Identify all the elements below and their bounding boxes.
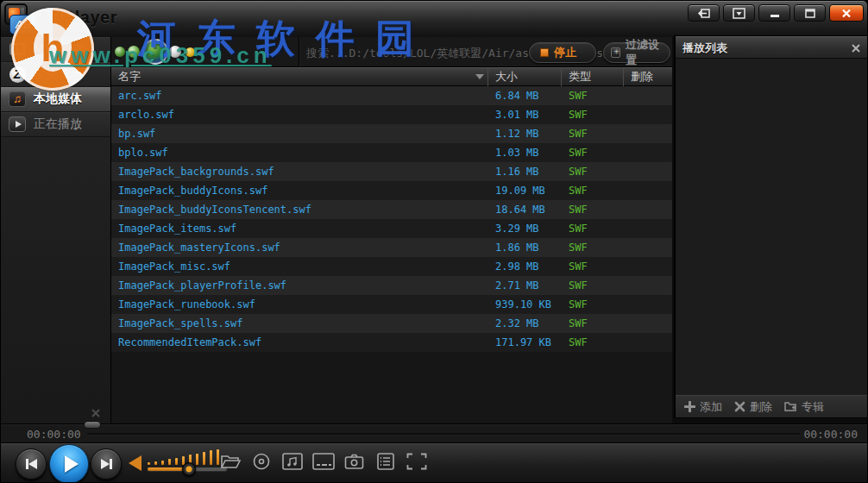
playlist-add-button[interactable]: 添加 [684,399,722,415]
table-row[interactable]: RecommendedItemPack.swf 171.97 KB SWF [111,333,672,352]
file-name[interactable]: ImagePack_buddyIconsTencent.swf [118,200,311,219]
titlebar[interactable]: AB ABPlayer [1,1,868,37]
sidebar-item-local-media[interactable]: 本地媒体 [1,87,110,112]
table-row[interactable]: ImagePack_misc.swf 2.98 MB SWF [111,257,672,276]
volume-slider[interactable] [148,467,227,471]
table-row[interactable]: ImagePack_spells.swf 2.32 MB SWF [111,314,672,333]
globe-icon[interactable] [142,39,168,65]
filter-button-label: 过滤设置 [626,37,663,68]
open-disc-button[interactable] [249,450,273,473]
close-icon [840,8,852,19]
sort-arrow-icon[interactable] [475,74,484,79]
column-header-size[interactable]: 大小 [487,67,518,86]
file-size: 6.84 MB [495,86,539,105]
table-row[interactable]: bp.swf 1.12 MB SWF [111,124,672,143]
file-type: SWF [569,238,588,257]
file-name[interactable]: bp.swf [118,124,155,143]
skin-icon [697,8,711,19]
file-size: 1.86 MB [495,238,539,257]
file-size: 3.29 MB [495,219,539,238]
file-name[interactable]: ImagePack_runebook.swf [118,295,255,314]
play-button[interactable] [49,444,89,483]
playlist-remove-button[interactable]: 删除 [734,399,772,415]
sidebar-item-now-playing[interactable]: 正在播放 [1,112,110,137]
fullscreen-icon [406,453,427,470]
table-row[interactable]: arclo.swf 3.01 MB SWF [111,105,672,124]
search-input[interactable]: 搜索...D:/tools/LOL/英雄联盟/Air/assets/images… [306,46,522,61]
stop-button[interactable]: 停止 [529,42,596,63]
corner-close-icon[interactable] [91,406,103,418]
next-button[interactable] [91,448,122,480]
file-size: 171.97 KB [495,333,551,352]
open-file-button[interactable] [218,450,242,473]
table-row[interactable]: bplo.swf 1.03 MB SWF [111,143,672,162]
column-header-delete[interactable]: 删除 [623,67,653,86]
table-row[interactable]: ImagePack_buddyIcons.swf 19.09 MB SWF [111,181,672,200]
sidebar-item-mtv-channel[interactable]: MTV频道 [1,37,110,62]
file-list: arc.swf 6.84 MB SWF arclo.swf 3.01 MB SW… [111,86,672,352]
nav-dot-green[interactable] [128,46,140,58]
file-size: 2.71 MB [495,276,539,295]
minimize-button[interactable] [758,4,790,22]
grid-icon [8,41,27,57]
rollup-button[interactable] [723,4,755,22]
list-icon [377,453,394,470]
sidebar-item-hifi-music[interactable]: 发烧音乐 [1,62,110,87]
table-row[interactable]: ImagePack_backgrounds.swf 1.16 MB SWF [111,162,672,181]
nav-dot-white[interactable] [169,46,181,58]
playlist-close-icon[interactable] [851,41,861,57]
playlist-button[interactable] [374,450,397,473]
file-name[interactable]: ImagePack_buddyIcons.swf [118,181,267,200]
playlist-remove-label: 删除 [750,399,772,415]
file-type: SWF [569,333,588,352]
album-folder-icon [784,401,797,412]
playlist-album-button[interactable]: 专辑 [784,399,824,415]
file-name[interactable]: arclo.swf [118,105,174,124]
table-row[interactable]: ImagePack_masteryIcons.swf 1.86 MB SWF [111,238,672,257]
file-name[interactable]: ImagePack_misc.swf [118,257,230,276]
close-button[interactable] [829,4,864,22]
toolbar: 搜索...D:/tools/LOL/英雄联盟/Air/assets/images… [111,37,672,67]
subtitle-button[interactable] [311,450,335,473]
table-row[interactable]: ImagePack_items.swf 3.29 MB SWF [111,219,672,238]
file-name[interactable]: bplo.swf [118,143,168,162]
filter-settings-button[interactable]: 过滤设置 [603,42,670,63]
change-skin-button[interactable] [688,4,720,22]
snapshot-button[interactable] [343,450,366,473]
table-row[interactable]: ImagePack_playerProfile.swf 2.71 MB SWF [111,276,672,295]
file-name[interactable]: ImagePack_playerProfile.swf [118,276,286,295]
nav-dot-green[interactable] [115,47,125,57]
column-header-name[interactable]: 名字 [118,67,141,86]
file-name[interactable]: ImagePack_items.swf [118,219,236,238]
file-type: SWF [569,200,588,219]
table-row[interactable]: arc.swf 6.84 MB SWF [111,86,672,105]
filter-icon [611,47,620,58]
previous-button[interactable] [16,448,47,480]
volume-handle[interactable] [182,462,196,476]
total-time: 00:00:00 [803,428,858,441]
folder-icon [219,452,242,471]
nav-dot-yellow[interactable] [186,47,195,57]
file-name[interactable]: RecommendedItemPack.swf [118,333,261,352]
file-size: 2.98 MB [495,257,539,276]
music-library-button[interactable] [280,450,304,473]
playlist-album-label: 专辑 [802,399,824,415]
maximize-button[interactable] [794,4,826,22]
file-name[interactable]: ImagePack_backgrounds.swf [118,162,274,181]
file-size: 2.32 MB [495,314,539,333]
subtitle-icon [312,453,335,470]
file-name[interactable]: ImagePack_spells.swf [118,314,243,333]
fullscreen-button[interactable] [405,450,428,473]
seek-track[interactable] [87,433,800,436]
file-name[interactable]: arc.swf [118,86,162,105]
main-content: 搜索...D:/tools/LOL/英雄联盟/Air/assets/images… [111,37,672,423]
seek-handle[interactable] [84,421,101,429]
window-controls [688,4,864,22]
speaker-icon[interactable] [129,455,142,471]
file-name[interactable]: ImagePack_masteryIcons.swf [118,238,280,257]
table-row[interactable]: ImagePack_buddyIconsTencent.swf 18.64 MB… [111,200,672,219]
file-size: 1.16 MB [495,162,539,181]
table-row[interactable]: ImagePack_runebook.swf 939.10 KB SWF [111,295,672,314]
file-type: SWF [569,105,588,124]
column-header-type[interactable]: 类型 [561,67,591,86]
